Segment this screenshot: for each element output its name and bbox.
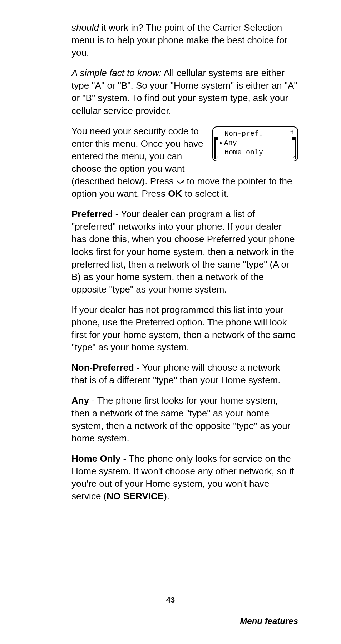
- preferred-para: Preferred - Your dealer can program a li…: [71, 208, 298, 296]
- preferred-head: Preferred: [71, 209, 113, 219]
- intro-rest: it work in? The point of the Carrier Sel…: [71, 22, 287, 58]
- homeonly-para: Home Only - The phone only looks for ser…: [71, 453, 298, 503]
- security-post2: to select it.: [182, 188, 229, 199]
- signal-icon: ∃: [290, 129, 294, 137]
- nonpreferred-head: Non-Preferred: [71, 362, 134, 373]
- screen-box: ∃ Non-pref. ▸Any Home only Ψ ᴼ: [212, 126, 298, 161]
- screen-line-any: ▸Any: [217, 139, 294, 148]
- preferred-body: - Your dealer can program a list of "pre…: [71, 209, 295, 295]
- homeonly-head: Home Only: [71, 453, 120, 464]
- screen-line-homeonly: Home only: [224, 148, 294, 157]
- lead-word-italic: should: [71, 22, 99, 33]
- fact-lead-italic: A simple fact to know:: [71, 68, 162, 78]
- page-number: 43: [0, 595, 341, 605]
- phone-screen-illustration: ∃ Non-pref. ▸Any Home only Ψ ᴼ: [212, 125, 298, 161]
- down-arrow-icon: [176, 176, 184, 189]
- homeonly-tail: ).: [164, 491, 169, 501]
- intro-para-1: should it work in? The point of the Carr…: [71, 21, 298, 59]
- any-body: - The phone first looks for your home sy…: [71, 395, 290, 443]
- antenna-right-icon: ᴼ: [293, 155, 296, 162]
- preferred-para-2: If your dealer has not programmed this l…: [71, 304, 298, 354]
- screen-any-text: Any: [224, 139, 237, 148]
- screen-line-nonpref: Non-pref.: [224, 129, 294, 139]
- fact-para: A simple fact to know: All cellular syst…: [71, 67, 298, 117]
- any-para: Any - The phone first looks for your hom…: [71, 394, 298, 444]
- any-head: Any: [71, 395, 89, 406]
- noservice-bold: NO SERVICE: [107, 491, 164, 501]
- caret-icon: ▸: [219, 139, 223, 147]
- footer-section-title: Menu features: [240, 616, 298, 626]
- ok-bold: OK: [168, 188, 182, 199]
- antenna-left-icon: Ψ: [214, 155, 217, 162]
- nonpreferred-para: Non-Preferred - Your phone will choose a…: [71, 361, 298, 386]
